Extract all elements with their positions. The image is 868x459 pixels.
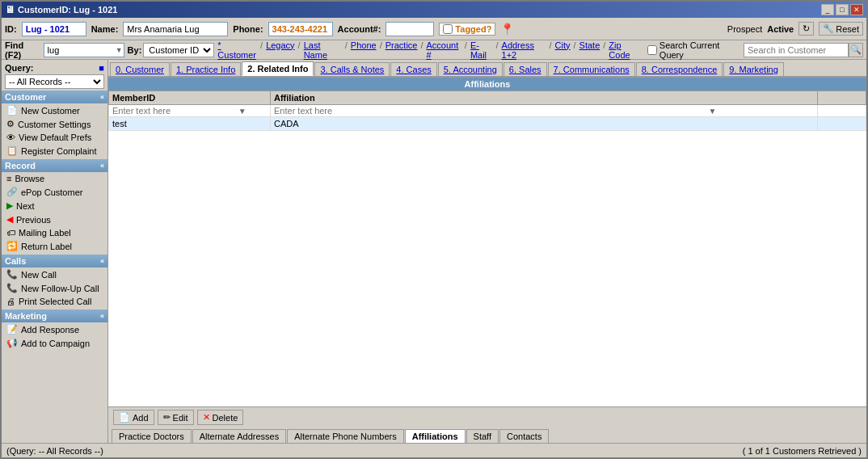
close-button[interactable]: ✕ [850, 4, 863, 15]
sidebar-customer-collapse-icon: « [100, 93, 104, 101]
nav-account[interactable]: Account # [427, 40, 461, 60]
col-header-extra [818, 91, 866, 105]
tab-practice-info[interactable]: 1. Practice Info [171, 62, 241, 76]
tagged-checkbox[interactable] [443, 24, 453, 34]
main-layout: Query: ■ -- All Records -- Customer « 📄 … [2, 60, 866, 443]
tab-customer[interactable]: 0. Customer [110, 62, 170, 76]
bottom-tab-contacts[interactable]: Contacts [499, 429, 549, 443]
bottom-section: 📄 Add ✏ Edit ✕ Delete Practice Doctors [108, 406, 866, 443]
add-button[interactable]: 📄 Add [113, 410, 154, 425]
previous-icon: ◀ [6, 214, 13, 225]
sidebar-item-browse[interactable]: ≡ Browse [2, 172, 107, 185]
sidebar-header-customer[interactable]: Customer « [2, 91, 107, 103]
sidebar-item-next[interactable]: ▶ Next [2, 199, 107, 213]
bottom-tab-alternate-addresses[interactable]: Alternate Addresses [192, 429, 286, 443]
sidebar-header-calls[interactable]: Calls « [2, 255, 107, 267]
refresh-icon: ↻ [803, 23, 810, 34]
tab-related-info[interactable]: 2. Related Info [242, 61, 314, 76]
affiliations-table: MemberID Affiliation [108, 91, 866, 131]
name-value-box: Mrs Anamaria Lug [123, 22, 228, 36]
bottom-tab-affiliations[interactable]: Affiliations [405, 429, 466, 443]
sidebar-header-marketing[interactable]: Marketing « [2, 310, 107, 322]
tagged-box: Tagged? [439, 23, 495, 36]
query-select[interactable]: -- All Records -- [5, 74, 104, 89]
tab-communications[interactable]: 7. Communications [548, 62, 635, 76]
col-header-affiliation: Affiliation [271, 91, 818, 105]
tab-sales[interactable]: 6. Sales [504, 62, 547, 76]
sidebar-item-epop-customer[interactable]: 🔗 ePop Customer [2, 185, 107, 199]
search-icon: 🔍 [850, 44, 862, 55]
sidebar-item-new-call[interactable]: 📞 New Call [2, 267, 107, 281]
reset-button[interactable]: 🔧 Reset [819, 22, 863, 36]
nav-state[interactable]: State [579, 40, 600, 60]
edit-icon: ✏ [163, 412, 171, 423]
nav-zipcode[interactable]: Zip Code [609, 40, 641, 60]
bottom-tab-staff[interactable]: Staff [466, 429, 499, 443]
sidebar-item-mailing-label[interactable]: 🏷 Mailing Label [2, 226, 107, 239]
sidebar-item-add-to-campaign[interactable]: 📢 Add to Campaign [2, 336, 107, 350]
name-value: Mrs Anamaria Lug [127, 24, 199, 34]
content-area: 0. Customer 1. Practice Info 2. Related … [108, 60, 866, 443]
refresh-button[interactable]: ↻ [798, 22, 814, 36]
new-customer-label: New Customer [21, 106, 80, 116]
search-current-wrapper: Search Current Query [647, 40, 740, 60]
sidebar-item-add-response[interactable]: 📝 Add Response [2, 322, 107, 336]
search-input[interactable] [744, 43, 849, 57]
sidebar-item-new-follow-up-call[interactable]: 📞 New Follow-Up Call [2, 281, 107, 295]
nav-practice[interactable]: Practice [386, 40, 418, 60]
sidebar-item-view-default-prefs[interactable]: 👁 View Default Prefs [2, 131, 107, 144]
sidebar-header-record[interactable]: Record « [2, 159, 107, 172]
prospect-label: Prospect [727, 24, 762, 34]
search-button[interactable]: 🔍 [849, 43, 863, 57]
name-label: Name: [91, 24, 119, 34]
bottom-tab-practice-doctors[interactable]: Practice Doctors [112, 429, 192, 443]
minimize-button[interactable]: _ [821, 4, 834, 15]
nav-legacy[interactable]: Legacy [266, 40, 294, 60]
sidebar-section-marketing: Marketing « 📝 Add Response 📢 Add to Camp… [2, 310, 107, 350]
sidebar-item-return-label[interactable]: 🔁 Return Label [2, 239, 107, 253]
tab-accounting[interactable]: 5. Accounting [438, 62, 503, 76]
search-box: 🔍 [744, 43, 863, 57]
nav-email[interactable]: E-Mail [470, 40, 493, 60]
tab-correspondence[interactable]: 8. Correspondence [636, 62, 723, 76]
sidebar-section-customer: Customer « 📄 New Customer ⚙ Customer Set… [2, 91, 107, 158]
tab-cases[interactable]: 4. Cases [390, 62, 436, 76]
bottom-tabs: Practice Doctors Alternate Addresses Alt… [108, 427, 866, 443]
find-input[interactable] [44, 43, 124, 57]
nav-phone[interactable]: Phone [351, 40, 377, 60]
epop-label: ePop Customer [21, 187, 82, 197]
sidebar-item-new-customer[interactable]: 📄 New Customer [2, 103, 107, 117]
tab-marketing[interactable]: 9. Marketing [723, 62, 784, 76]
return-label-text: Return Label [21, 242, 72, 251]
sidebar-item-print-selected-call[interactable]: 🖨 Print Selected Call [2, 295, 107, 308]
sidebar: Query: ■ -- All Records -- Customer « 📄 … [2, 60, 108, 443]
reset-label: Reset [836, 24, 859, 34]
mailing-label-text: Mailing Label [19, 228, 71, 238]
nav-city[interactable]: City [555, 40, 571, 60]
delete-button[interactable]: ✕ Delete [197, 410, 244, 425]
table-row[interactable]: test CADA [109, 117, 866, 131]
by-select[interactable]: Customer ID [143, 43, 214, 57]
sidebar-item-register-complaint[interactable]: 📋 Register Complaint [2, 144, 107, 158]
bottom-tab-alternate-phone-numbers[interactable]: Alternate Phone Numbers [287, 429, 404, 443]
sidebar-marketing-label: Marketing [5, 311, 47, 321]
sidebar-record-collapse-icon: « [100, 162, 104, 170]
by-field: By: Customer ID [128, 43, 215, 57]
filter-affiliation-input[interactable] [274, 106, 706, 116]
nav-lastname[interactable]: Last Name [304, 40, 342, 60]
sidebar-item-customer-settings[interactable]: ⚙ Customer Settings [2, 117, 107, 131]
filter-member-id-input[interactable] [112, 106, 236, 116]
customer-settings-label: Customer Settings [18, 120, 91, 129]
nav-address[interactable]: Address 1+2 [502, 40, 546, 60]
maximize-button[interactable]: □ [836, 4, 849, 15]
search-current-checkbox[interactable] [647, 45, 657, 55]
affiliations-header: Affiliations [108, 78, 866, 91]
return-label-icon: 🔁 [6, 241, 18, 251]
add-response-label: Add Response [21, 325, 79, 335]
edit-button[interactable]: ✏ Edit [158, 410, 194, 425]
tab-calls-notes[interactable]: 3. Calls & Notes [314, 62, 390, 76]
sidebar-item-previous[interactable]: ◀ Previous [2, 213, 107, 226]
phone-value-box: 343-243-4221 [268, 22, 333, 36]
nav-customer[interactable]: * Customer [217, 40, 257, 60]
bottom-actions: 📄 Add ✏ Edit ✕ Delete [108, 407, 866, 427]
